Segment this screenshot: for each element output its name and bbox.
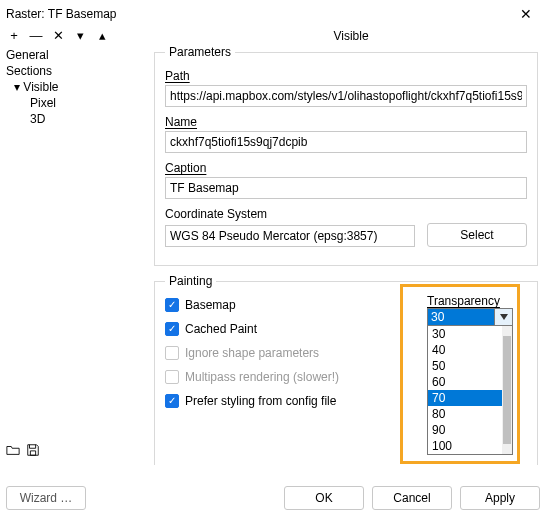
parameters-legend: Parameters	[165, 45, 235, 59]
option-70[interactable]: 70	[428, 390, 512, 406]
sidebar-item-3d[interactable]: 3D	[6, 111, 150, 127]
remove-icon[interactable]: —	[28, 28, 44, 43]
prefer-styling-checkbox-row[interactable]: ✓ Prefer styling from config file	[165, 394, 421, 408]
folder-open-icon[interactable]	[6, 443, 20, 461]
select-button[interactable]: Select	[427, 223, 527, 247]
option-60[interactable]: 60	[428, 374, 512, 390]
transparency-label: Transparency	[427, 294, 527, 308]
wizard-button[interactable]: Wizard …	[6, 486, 86, 510]
cached-paint-checkbox-row[interactable]: ✓ Cached Paint	[165, 322, 421, 336]
checkbox-icon	[165, 346, 179, 360]
window-title: Raster: TF Basemap	[6, 7, 116, 21]
checkbox-icon[interactable]: ✓	[165, 322, 179, 336]
multipass-label: Multipass rendering (slower!)	[185, 370, 339, 384]
transparency-options[interactable]: 30 40 50 60 70 80 90 100	[427, 326, 513, 455]
painting-group: Painting ✓ Basemap ✓ Cached Paint Ignore…	[154, 274, 538, 465]
sidebar-item-pixel[interactable]: Pixel	[6, 95, 150, 111]
cs-input[interactable]	[165, 225, 415, 247]
ok-button[interactable]: OK	[284, 486, 364, 510]
caption-label: Caption	[165, 161, 527, 175]
nav-tree: General Sections ▾ Visible Pixel 3D	[6, 47, 150, 443]
chevron-up-icon[interactable]: ▴	[94, 28, 110, 43]
multipass-checkbox-row: Multipass rendering (slower!)	[165, 370, 421, 384]
save-icon[interactable]	[26, 443, 40, 461]
option-40[interactable]: 40	[428, 342, 512, 358]
caption-input[interactable]	[165, 177, 527, 199]
option-100[interactable]: 100	[428, 438, 512, 454]
add-icon[interactable]: +	[6, 28, 22, 43]
path-input[interactable]	[165, 85, 527, 107]
cs-label: Coordinate System	[165, 207, 527, 221]
checkbox-icon[interactable]: ✓	[165, 298, 179, 312]
sidebar-item-sections[interactable]: Sections	[6, 63, 150, 79]
cancel-button[interactable]: Cancel	[372, 486, 452, 510]
option-90[interactable]: 90	[428, 422, 512, 438]
option-30[interactable]: 30	[428, 326, 512, 342]
apply-button[interactable]: Apply	[460, 486, 540, 510]
cached-paint-label: Cached Paint	[185, 322, 257, 336]
sidebar-item-visible[interactable]: ▾ Visible	[6, 79, 150, 95]
close-icon[interactable]: ✕	[514, 4, 538, 24]
name-label: Name	[165, 115, 527, 129]
basemap-label: Basemap	[185, 298, 236, 312]
sidebar-item-general[interactable]: General	[6, 47, 150, 63]
option-50[interactable]: 50	[428, 358, 512, 374]
delete-icon[interactable]: ✕	[50, 28, 66, 43]
section-heading: Visible	[156, 29, 546, 43]
parameters-group: Parameters Path Name Caption Coordinate …	[154, 45, 538, 266]
chevron-down-icon[interactable]	[494, 309, 512, 325]
toolbar: + — ✕ ▾ ▴	[6, 28, 156, 43]
option-80[interactable]: 80	[428, 406, 512, 422]
name-input[interactable]	[165, 131, 527, 153]
painting-legend: Painting	[165, 274, 216, 288]
checkbox-icon	[165, 370, 179, 384]
basemap-checkbox-row[interactable]: ✓ Basemap	[165, 298, 421, 312]
chevron-down-icon[interactable]: ▾	[72, 28, 88, 43]
transparency-value[interactable]: 30	[428, 309, 494, 325]
prefer-styling-label: Prefer styling from config file	[185, 394, 336, 408]
checkbox-icon[interactable]: ✓	[165, 394, 179, 408]
ignore-shape-label: Ignore shape parameters	[185, 346, 319, 360]
scrollbar[interactable]	[502, 326, 512, 454]
transparency-dropdown[interactable]: 30	[427, 308, 513, 326]
ignore-shape-checkbox-row: Ignore shape parameters	[165, 346, 421, 360]
path-label: Path	[165, 69, 527, 83]
